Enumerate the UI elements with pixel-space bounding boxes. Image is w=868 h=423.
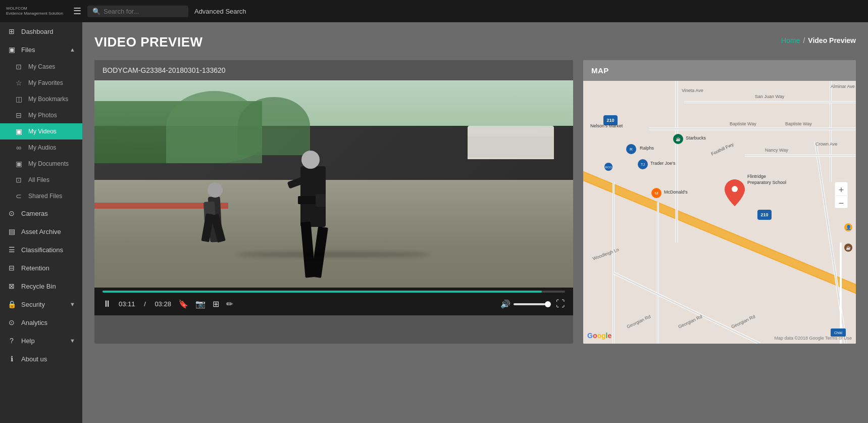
svg-text:Nancy Way: Nancy Way bbox=[765, 148, 788, 153]
sidebar-item-my-bookmarks[interactable]: ◫ My Bookmarks bbox=[0, 91, 82, 107]
video-wrapper[interactable] bbox=[94, 80, 573, 288]
logo-text: WOLFCOM Evidence Management Solution bbox=[6, 6, 63, 16]
sidebar-label-my-favorites: My Favorites bbox=[28, 79, 63, 86]
main-layout: ⊞ Dashboard ▣ Files ▲ ⊡ My Cases ☆ My Fa… bbox=[0, 22, 868, 423]
volume-bar[interactable] bbox=[514, 303, 549, 305]
security-icon: 🔒 bbox=[7, 300, 16, 308]
sidebar-label-recycle-bin: Recycle Bin bbox=[21, 283, 56, 290]
sidebar-item-security[interactable]: 🔒 Security ▼ bbox=[0, 295, 82, 313]
svg-text:Flintridge: Flintridge bbox=[747, 174, 766, 179]
map-google-logo: Google bbox=[587, 332, 611, 340]
video-placeholder bbox=[94, 80, 573, 288]
svg-text:M: M bbox=[655, 191, 658, 196]
svg-text:Crown Ave: Crown Ave bbox=[815, 142, 837, 147]
sidebar-item-retention[interactable]: ⊟ Retention bbox=[0, 259, 82, 277]
video-filename: BODYCAM-G23384-20180301-133620 bbox=[94, 60, 573, 80]
sidebar-item-my-photos[interactable]: ⊟ My Photos bbox=[0, 107, 82, 123]
sidebar-item-asset-archive[interactable]: ▤ Asset Archive bbox=[0, 222, 82, 241]
search-icon: 🔍 bbox=[92, 8, 100, 15]
volume-fill bbox=[514, 303, 545, 305]
crop-button[interactable]: ⊞ bbox=[213, 299, 219, 309]
sidebar-label-my-videos: My Videos bbox=[28, 128, 57, 135]
time-separator: / bbox=[142, 300, 148, 308]
svg-text:210: 210 bbox=[606, 118, 614, 123]
about-us-icon: ℹ bbox=[7, 355, 16, 363]
sidebar-item-my-audios[interactable]: ∞ My Audios bbox=[0, 139, 82, 156]
shared-files-icon: ⊂ bbox=[14, 192, 23, 200]
map-svg: 210 bbox=[583, 81, 856, 344]
my-photos-icon: ⊟ bbox=[14, 111, 23, 119]
sidebar-label-files: Files bbox=[21, 46, 35, 54]
advanced-search-link[interactable]: Advanced Search bbox=[194, 8, 246, 15]
svg-text:☕: ☕ bbox=[846, 245, 851, 250]
svg-text:👤: 👤 bbox=[846, 224, 852, 230]
current-time: 03:11 bbox=[119, 300, 135, 308]
sidebar-item-classifications[interactable]: ☰ Classifications bbox=[0, 241, 82, 259]
main-row: BODYCAM-G23384-20180301-133620 bbox=[94, 60, 856, 344]
sidebar-item-dashboard[interactable]: ⊞ Dashboard bbox=[0, 22, 82, 40]
volume-knob[interactable] bbox=[545, 301, 551, 307]
retention-icon: ⊟ bbox=[7, 264, 16, 272]
video-controls: ⏸ 03:11 / 03:28 🔖 📷 ⊞ ✏ 🔊 bbox=[94, 293, 573, 315]
edit-button[interactable]: ✏ bbox=[226, 299, 233, 309]
sidebar-label-shared-files: Shared Files bbox=[28, 193, 62, 200]
sidebar-item-files[interactable]: ▣ Files ▲ bbox=[0, 40, 82, 59]
breadcrumb-current: Video Preview bbox=[808, 36, 856, 44]
security-chevron: ▼ bbox=[70, 301, 75, 307]
topnav: WOLFCOM Evidence Management Solution ☰ 🔍… bbox=[0, 0, 868, 22]
sidebar-item-shared-files[interactable]: ⊂ Shared Files bbox=[0, 188, 82, 204]
map-panel: MAP 210 bbox=[583, 60, 856, 344]
hamburger-icon[interactable]: ☰ bbox=[73, 6, 81, 17]
sidebar-label-my-cases: My Cases bbox=[28, 63, 55, 70]
sidebar-item-all-files[interactable]: ⊡ All Files bbox=[0, 172, 82, 188]
my-videos-icon: ▣ bbox=[14, 127, 23, 135]
progress-row[interactable] bbox=[94, 288, 573, 293]
svg-text:Trader Joe's: Trader Joe's bbox=[650, 161, 676, 166]
search-input[interactable] bbox=[104, 8, 174, 15]
sidebar-label-dashboard: Dashboard bbox=[21, 28, 54, 35]
map-header: MAP bbox=[583, 60, 856, 81]
sidebar-label-security: Security bbox=[21, 301, 45, 308]
breadcrumb: Home / Video Preview bbox=[781, 36, 856, 44]
sidebar-label-analytics: Analytics bbox=[21, 319, 47, 326]
sidebar-item-my-favorites[interactable]: ☆ My Favorites bbox=[0, 75, 82, 91]
breadcrumb-home[interactable]: Home bbox=[781, 36, 800, 44]
progress-fill bbox=[103, 291, 542, 293]
page-header: VIDEO PREVIEW Home / Video Preview bbox=[94, 34, 856, 50]
logo: WOLFCOM Evidence Management Solution bbox=[6, 6, 63, 16]
sidebar-item-my-videos[interactable]: ▣ My Videos bbox=[0, 123, 82, 139]
screenshot-button[interactable]: 📷 bbox=[195, 299, 206, 309]
files-chevron: ▲ bbox=[70, 46, 75, 53]
sidebar-label-my-bookmarks: My Bookmarks bbox=[28, 96, 68, 103]
volume-icon[interactable]: 🔊 bbox=[500, 299, 510, 309]
map-container[interactable]: 210 bbox=[583, 81, 856, 344]
sidebar-label-asset-archive: Asset Archive bbox=[21, 228, 61, 236]
cameras-icon: ⊙ bbox=[7, 209, 16, 217]
svg-text:RCO: RCO bbox=[605, 166, 612, 169]
map-body: 210 bbox=[583, 81, 856, 344]
sidebar-item-recycle-bin[interactable]: ⊠ Recycle Bin bbox=[0, 277, 82, 295]
asset-archive-icon: ▤ bbox=[7, 227, 16, 236]
dashboard-icon: ⊞ bbox=[7, 27, 16, 35]
content-area: VIDEO PREVIEW Home / Video Preview BODYC… bbox=[82, 22, 868, 423]
bookmark-button[interactable]: 🔖 bbox=[178, 299, 188, 309]
svg-text:Vineta Ave: Vineta Ave bbox=[682, 88, 703, 93]
sidebar-label-about-us: About us bbox=[21, 355, 47, 363]
sidebar-item-help[interactable]: ? Help ▼ bbox=[0, 332, 82, 350]
fullscreen-button[interactable]: ⛶ bbox=[556, 299, 565, 309]
svg-text:Alminar Ave: Alminar Ave bbox=[831, 84, 855, 89]
volume-control[interactable]: 🔊 bbox=[500, 299, 549, 309]
sidebar-item-about-us[interactable]: ℹ About us bbox=[0, 350, 82, 368]
svg-text:Baptiste Way: Baptiste Way bbox=[730, 121, 756, 126]
sidebar-item-cameras[interactable]: ⊙ Cameras bbox=[0, 204, 82, 222]
sidebar-item-analytics[interactable]: ⊙ Analytics bbox=[0, 313, 82, 332]
svg-text:TJ: TJ bbox=[641, 163, 645, 166]
sidebar-item-my-cases[interactable]: ⊡ My Cases bbox=[0, 59, 82, 75]
help-icon: ? bbox=[7, 337, 16, 345]
analytics-icon: ⊙ bbox=[7, 318, 16, 326]
sidebar-label-my-audios: My Audios bbox=[28, 144, 56, 151]
sidebar-item-my-documents[interactable]: ▣ My Documents bbox=[0, 156, 82, 172]
pause-button[interactable]: ⏸ bbox=[103, 299, 112, 309]
files-subitems: ⊡ My Cases ☆ My Favorites ◫ My Bookmarks… bbox=[0, 59, 82, 204]
video-progress-bar[interactable] bbox=[103, 291, 565, 293]
